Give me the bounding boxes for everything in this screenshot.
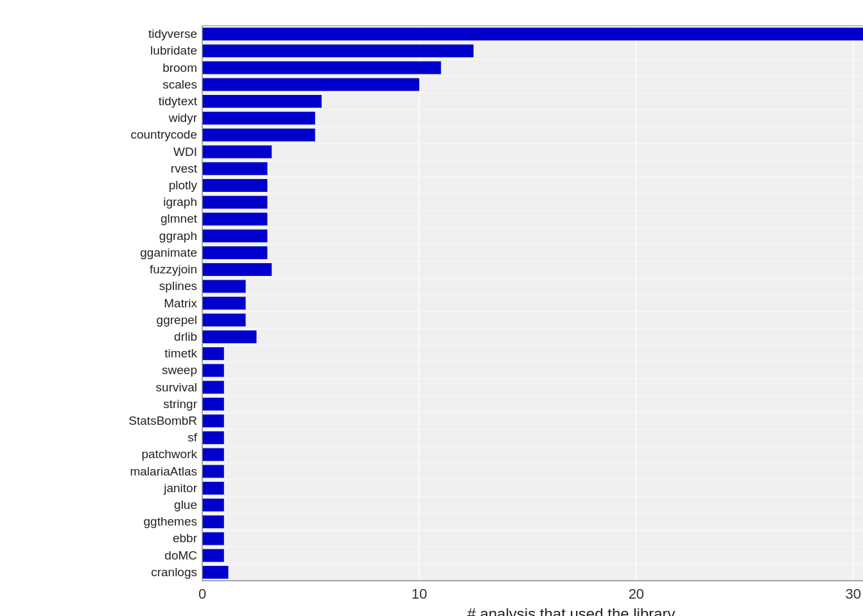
y-axis-label: gganimate xyxy=(140,246,197,259)
y-axis-label: stringr xyxy=(163,397,197,411)
bar xyxy=(202,364,224,377)
y-axis-label: WDI xyxy=(173,145,197,158)
y-axis-label: janitor xyxy=(163,481,197,495)
bar xyxy=(202,196,267,209)
y-axis-label: glmnet xyxy=(161,212,198,225)
svg-text:10: 10 xyxy=(412,586,427,602)
bar xyxy=(202,398,224,411)
bar xyxy=(202,62,441,74)
bar xyxy=(202,28,863,40)
bar xyxy=(202,566,229,579)
bar xyxy=(202,246,267,259)
y-axis-label: ggraph xyxy=(159,229,197,243)
y-axis-label: tidyverse xyxy=(148,27,197,40)
y-axis-label: Matrix xyxy=(164,296,197,310)
bar xyxy=(202,162,267,175)
bar xyxy=(202,297,246,310)
y-axis-label: cranlogs xyxy=(151,565,197,579)
y-axis-label: plotly xyxy=(169,178,198,192)
bar xyxy=(202,78,419,91)
bar xyxy=(202,280,246,293)
y-axis-label: malariaAtlas xyxy=(130,465,197,478)
y-axis-label: igraph xyxy=(163,195,197,209)
x-axis-title: # analysis that used the library xyxy=(467,605,675,616)
bar xyxy=(202,431,224,444)
y-axis-label: widyr xyxy=(168,111,198,124)
svg-text:0: 0 xyxy=(198,586,206,602)
bar xyxy=(202,263,272,276)
y-axis-label: drlib xyxy=(174,330,197,343)
bar xyxy=(202,499,224,511)
y-axis-label: scales xyxy=(162,78,197,91)
y-axis-label: ggrepel xyxy=(157,313,197,327)
bar xyxy=(202,95,322,108)
y-axis-label: rvest xyxy=(171,162,198,175)
bar xyxy=(202,381,224,394)
y-axis-label: tidytext xyxy=(159,94,198,108)
y-axis-label: sweep xyxy=(162,363,197,377)
svg-text:20: 20 xyxy=(629,586,644,602)
y-axis-label: StatsBombR xyxy=(128,414,197,427)
bar xyxy=(202,415,224,427)
bar xyxy=(202,533,224,545)
bar xyxy=(202,212,267,225)
y-axis-label: sf xyxy=(187,431,198,444)
bar xyxy=(202,179,267,192)
bar xyxy=(202,146,272,158)
y-axis-label: ggthemes xyxy=(144,515,197,528)
y-axis-label: splines xyxy=(159,279,197,293)
bar xyxy=(202,549,224,562)
bar xyxy=(202,314,246,327)
y-axis-label: ebbr xyxy=(173,531,198,545)
y-axis-label: countrycode xyxy=(130,128,197,141)
y-axis-label: doMC xyxy=(164,549,197,562)
bar xyxy=(202,482,224,495)
y-axis-label: lubridate xyxy=(150,44,197,57)
bar xyxy=(202,230,267,243)
bar xyxy=(202,112,315,124)
bar xyxy=(202,448,224,461)
svg-rect-1 xyxy=(202,26,863,581)
y-axis-label: broom xyxy=(162,61,197,74)
bar xyxy=(202,515,224,528)
bar-chart: 0102030tidyverselubridatebroomscalestidy… xyxy=(103,13,863,616)
bar xyxy=(202,465,224,478)
bar xyxy=(202,128,315,141)
y-axis-label: glue xyxy=(174,498,197,511)
y-axis-label: timetk xyxy=(164,346,197,360)
svg-text:30: 30 xyxy=(846,586,861,602)
y-axis-label: patchwork xyxy=(141,447,197,461)
bar xyxy=(202,330,256,343)
chart-container: 0102030tidyverselubridatebroomscalestidy… xyxy=(0,0,863,616)
bar xyxy=(202,347,224,360)
y-axis-label: survival xyxy=(156,381,197,394)
y-axis-label: fuzzyjoin xyxy=(150,262,197,276)
bar xyxy=(202,44,473,57)
